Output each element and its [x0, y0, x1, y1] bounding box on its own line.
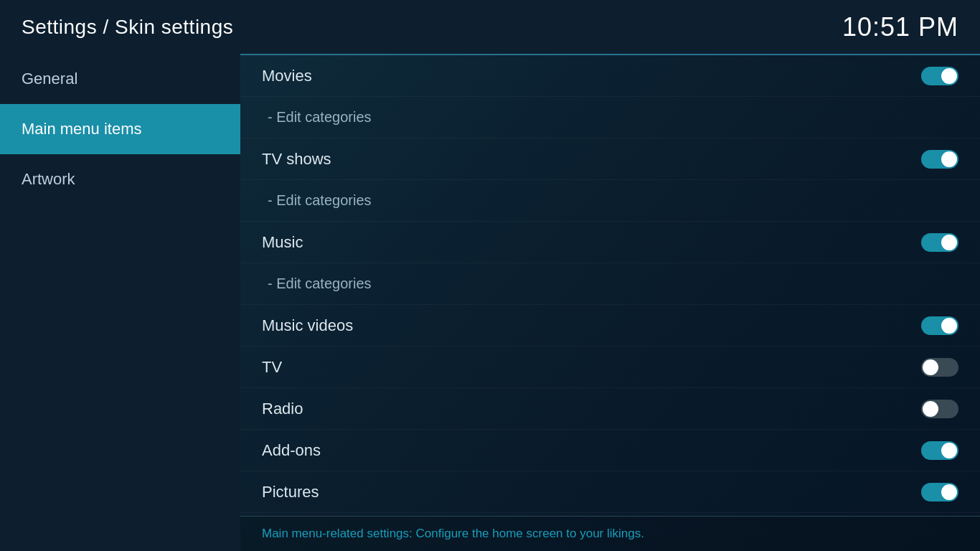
toggle-add-ons[interactable] — [921, 441, 958, 460]
sidebar-item-artwork[interactable]: Artwork — [0, 154, 240, 204]
toggle-knob-movies — [941, 68, 957, 84]
list-item-label-tv: TV — [262, 358, 282, 377]
page-title: Settings / Skin settings — [22, 16, 233, 39]
list-item-label-pictures: Pictures — [262, 483, 319, 501]
clock-display: 10:51 PM — [842, 12, 958, 42]
list-item-label-tv-shows: TV shows — [262, 150, 331, 169]
footer-hint: Main menu-related settings: Configure th… — [240, 516, 980, 551]
toggle-pictures[interactable] — [921, 483, 958, 501]
list-item-label-music: Music — [262, 233, 303, 252]
header: Settings / Skin settings 10:51 PM — [0, 0, 980, 54]
list-item-movies[interactable]: Movies — [240, 55, 980, 97]
sidebar-item-general[interactable]: General — [0, 54, 240, 104]
list-item-music[interactable]: Music — [240, 222, 980, 263]
list-item-pictures[interactable]: Pictures — [240, 471, 980, 513]
toggle-knob-tv — [923, 359, 938, 375]
list-item-label-tv-shows-edit: - Edit categories — [262, 192, 372, 209]
list-item-label-music-videos: Music videos — [262, 316, 353, 335]
list-item-label-movies: Movies — [262, 67, 312, 85]
toggle-radio[interactable] — [921, 400, 958, 418]
list-item-tv-shows[interactable]: TV shows — [240, 138, 980, 180]
toggle-knob-tv-shows — [941, 151, 957, 167]
toggle-knob-radio — [923, 401, 938, 417]
list-item-radio[interactable]: Radio — [240, 388, 980, 430]
list-item-music-videos[interactable]: Music videos — [240, 305, 980, 347]
list-item-label-add-ons: Add-ons — [262, 441, 321, 460]
list-item-add-ons[interactable]: Add-ons — [240, 430, 980, 471]
toggle-tv-shows[interactable] — [921, 150, 958, 169]
toggle-knob-music-videos — [941, 318, 957, 334]
toggle-knob-music — [941, 235, 957, 250]
list-item-label-movies-edit: - Edit categories — [262, 109, 372, 126]
toggle-knob-pictures — [941, 484, 957, 500]
toggle-knob-add-ons — [941, 443, 957, 458]
list-item-tv[interactable]: TV — [240, 347, 980, 388]
list-item-music-edit[interactable]: - Edit categories — [240, 263, 980, 305]
list-item-label-radio: Radio — [262, 400, 303, 418]
sidebar: GeneralMain menu itemsArtwork — [0, 54, 240, 551]
toggle-music[interactable] — [921, 233, 958, 252]
settings-list: Movies- Edit categoriesTV shows- Edit ca… — [240, 55, 980, 516]
toggle-movies[interactable] — [921, 67, 958, 85]
main-content: Movies- Edit categoriesTV shows- Edit ca… — [240, 54, 980, 551]
sidebar-item-main-menu-items[interactable]: Main menu items — [0, 104, 240, 154]
list-item-tv-shows-edit[interactable]: - Edit categories — [240, 180, 980, 222]
list-item-movies-edit[interactable]: - Edit categories — [240, 97, 980, 138]
toggle-tv[interactable] — [921, 358, 958, 377]
footer-description: Main menu-related settings: Configure th… — [262, 527, 644, 540]
list-item-label-music-edit: - Edit categories — [262, 276, 372, 292]
toggle-music-videos[interactable] — [921, 316, 958, 335]
